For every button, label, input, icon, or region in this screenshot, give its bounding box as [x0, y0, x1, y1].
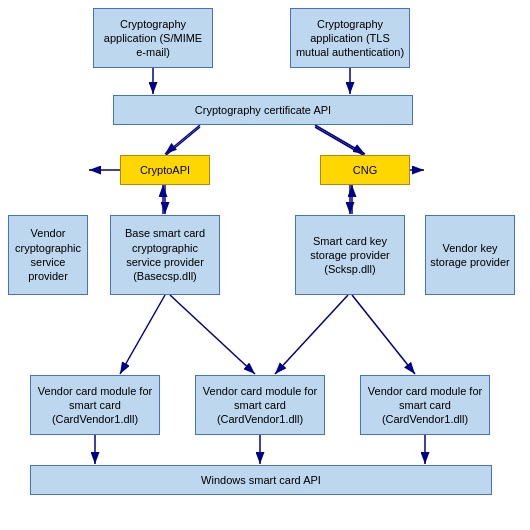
- base-smart-card-label: Base smart card cryptographic service pr…: [115, 226, 215, 283]
- svg-line-17: [352, 295, 415, 374]
- crypto-app-1-label: Cryptography application (S/MIME e-mail): [98, 17, 208, 60]
- win-smart-card-api-box: Windows smart card API: [30, 465, 492, 495]
- cert-api-label: Cryptography certificate API: [195, 103, 331, 117]
- svg-line-5: [165, 127, 200, 156]
- crypto-app-2-box: Cryptography application (TLS mutual aut…: [290, 8, 410, 68]
- svg-line-16: [275, 295, 348, 374]
- vendor-csp-box: Vendor cryptographic service provider: [8, 215, 88, 295]
- vendor-card-1-label: Vendor card module for smart card (CardV…: [35, 384, 155, 427]
- cert-api-box: Cryptography certificate API: [113, 95, 413, 125]
- svg-line-7: [315, 127, 365, 156]
- crypto-app-1-box: Cryptography application (S/MIME e-mail): [93, 8, 213, 68]
- vendor-card-3-label: Vendor card module for smart card (CardV…: [365, 384, 485, 427]
- svg-line-14: [120, 295, 165, 374]
- cryptoapi-label: CryptoAPI: [140, 163, 190, 177]
- cryptoapi-box: CryptoAPI: [120, 155, 210, 185]
- vendor-csp-label: Vendor cryptographic service provider: [13, 226, 83, 283]
- vendor-card-2-label: Vendor card module for smart card (CardV…: [200, 384, 320, 427]
- cng-label: CNG: [353, 163, 377, 177]
- vendor-card-3-box: Vendor card module for smart card (CardV…: [360, 375, 490, 435]
- base-smart-card-box: Base smart card cryptographic service pr…: [110, 215, 220, 295]
- smart-key-storage-box: Smart card key storage provider (Scksp.d…: [295, 215, 405, 295]
- vendor-card-2-box: Vendor card module for smart card (CardV…: [195, 375, 325, 435]
- vendor-key-storage-label: Vendor key storage provider: [430, 241, 510, 270]
- vendor-key-storage-box: Vendor key storage provider: [425, 215, 515, 295]
- win-smart-card-api-label: Windows smart card API: [201, 473, 321, 487]
- svg-line-15: [170, 295, 255, 374]
- smart-key-storage-label: Smart card key storage provider (Scksp.d…: [300, 234, 400, 277]
- crypto-app-2-label: Cryptography application (TLS mutual aut…: [295, 17, 405, 60]
- svg-line-4: [165, 125, 200, 154]
- svg-line-6: [315, 125, 365, 154]
- diagram: Cryptography application (S/MIME e-mail)…: [0, 0, 530, 530]
- vendor-card-1-box: Vendor card module for smart card (CardV…: [30, 375, 160, 435]
- cng-box: CNG: [320, 155, 410, 185]
